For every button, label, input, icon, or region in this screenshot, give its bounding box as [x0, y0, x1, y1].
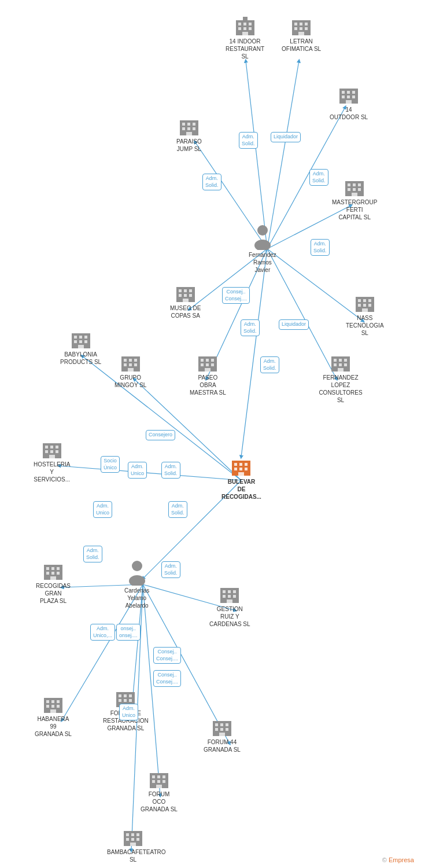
company-label: PARAISOJUMP SL [176, 138, 202, 153]
svg-rect-37 [298, 32, 304, 35]
svg-rect-121 [234, 463, 237, 466]
company-label: 14OUTDOOR SL [330, 106, 368, 121]
svg-rect-93 [129, 363, 132, 366]
badge-adm-solid-4[interactable]: Adm.Solid. [311, 239, 330, 256]
svg-rect-163 [215, 723, 218, 726]
badge-adm-solid-9[interactable]: Adm.Solid. [83, 546, 102, 562]
svg-point-129 [129, 575, 145, 586]
company-hosteleria[interactable]: HOSTELERIAYSERVICIOS... [34, 439, 70, 483]
badge-adm-solid-8[interactable]: Adm.Solid. [168, 501, 187, 518]
company-bambacafe[interactable]: BAMBACAFETEATROSL [107, 826, 159, 863]
company-label: 14 INDOORRESTAURANTSL [226, 38, 264, 60]
badge-adm-solid-2[interactable]: Adm.Solid. [202, 174, 221, 190]
svg-rect-22 [238, 23, 241, 25]
svg-rect-53 [186, 132, 192, 135]
company-recogidas-gran-plaza[interactable]: RECOGIDASGRANPLAZA SL [36, 560, 71, 605]
svg-line-0 [246, 61, 267, 249]
svg-rect-98 [206, 359, 209, 362]
badge-adm-unico-2[interactable]: Adm.Unico [93, 501, 112, 518]
company-14-outdoor[interactable]: 14OUTDOOR SL [330, 84, 368, 121]
badge-liquidador-2[interactable]: Liquidador [279, 319, 309, 330]
badge-adm-unico-3[interactable]: Adm.Unico,... [90, 624, 115, 641]
svg-rect-166 [215, 728, 218, 731]
badge-consej-2[interactable]: onsej..onsej.... [116, 624, 141, 641]
badge-consejero[interactable]: Consejero [146, 430, 175, 440]
company-label: RECOGIDASGRANPLAZA SL [36, 582, 71, 605]
svg-rect-50 [182, 127, 185, 130]
svg-point-128 [132, 561, 142, 571]
company-museo[interactable]: MUSEO DECOPAS SA [170, 282, 201, 319]
svg-rect-25 [238, 27, 241, 30]
svg-rect-175 [157, 780, 160, 783]
svg-rect-89 [124, 359, 127, 362]
person-label: FernandezRamosJavier [249, 251, 276, 274]
svg-rect-28 [242, 32, 248, 35]
svg-rect-39 [342, 91, 345, 94]
svg-rect-77 [363, 304, 366, 307]
svg-rect-111 [338, 368, 344, 372]
svg-rect-172 [157, 775, 160, 778]
svg-rect-24 [249, 23, 252, 25]
svg-rect-82 [79, 336, 82, 339]
company-habanera[interactable]: HABANERA99GRANADA SL [35, 693, 72, 738]
svg-rect-177 [156, 785, 162, 788]
svg-rect-179 [126, 833, 129, 836]
svg-rect-55 [348, 183, 350, 186]
svg-rect-87 [78, 345, 84, 348]
company-label: FERNANDEZLOPEZCONSULTORES SL [315, 374, 367, 404]
svg-rect-160 [129, 699, 132, 702]
svg-rect-117 [50, 450, 53, 453]
company-bulevar[interactable]: BULEVARDERECOGIDAS... [221, 456, 261, 501]
badge-adm-unico-4[interactable]: Adm.Unico [119, 704, 138, 720]
svg-rect-101 [206, 363, 209, 366]
badge-adm-solid-7[interactable]: Adm.Solid. [161, 462, 180, 479]
company-gestion-ruiz[interactable]: GESTIONRUIZ YCARDENAS SL [209, 583, 250, 628]
company-forum-oco[interactable]: FORUMOCOGRANADA SL [141, 768, 178, 813]
company-forum44[interactable]: FORUM 44GRANADA SL [204, 716, 241, 753]
badge-adm-solid-5[interactable]: Adm.Solid. [241, 319, 260, 336]
company-label: MUSEO DECOPAS SA [170, 304, 201, 319]
badge-adm-solid-1[interactable]: Adm.Solid. [239, 132, 258, 149]
svg-rect-97 [201, 359, 204, 362]
svg-rect-151 [51, 705, 54, 708]
company-grupo-mingoy[interactable]: GRUPOMINGOY SL [115, 352, 146, 389]
company-label: MASTERGROUPFERTICAPITAL SL [332, 198, 377, 221]
svg-rect-169 [219, 733, 225, 736]
badge-socio-unico-1[interactable]: SocioÚnico [101, 456, 120, 473]
person-fernandez[interactable]: FernandezRamosJavier [249, 225, 276, 274]
company-paraiso[interactable]: PARAISOJUMP SL [176, 116, 202, 153]
company-paseo[interactable]: PASEOOBRAMAESTRA SL [190, 352, 226, 396]
badge-adm-unico-1[interactable]: Adm.Unico [128, 462, 147, 479]
svg-rect-184 [136, 838, 139, 841]
svg-rect-141 [233, 590, 236, 593]
person-cardenas[interactable]: CardenasYelamoAbelardo [124, 560, 149, 609]
svg-rect-133 [57, 567, 60, 570]
svg-rect-26 [243, 27, 246, 30]
svg-rect-58 [348, 188, 350, 191]
svg-rect-74 [363, 299, 366, 302]
company-babylonia[interactable]: BABYLONIAPRODUCTS SL [60, 329, 101, 366]
badge-adm-solid-6[interactable]: Adm.Solid. [260, 356, 279, 373]
svg-rect-171 [152, 775, 155, 778]
badge-consej-3[interactable]: Consej..Consej.... [153, 647, 181, 664]
svg-rect-123 [245, 463, 248, 466]
svg-rect-108 [334, 363, 337, 366]
badge-consej-4[interactable]: Consej..Consej.... [153, 670, 181, 687]
company-nass[interactable]: NASSTECNOLOGIASL [346, 292, 384, 337]
badge-adm-solid-3[interactable]: Adm.Solid. [309, 169, 328, 186]
company-14-indoor[interactable]: 14 INDOORRESTAURANTSL [226, 16, 264, 60]
company-label: HOSTELERIAYSERVICIOS... [34, 461, 70, 483]
svg-rect-156 [124, 694, 127, 697]
svg-rect-132 [51, 567, 54, 570]
badge-adm-solid-10[interactable]: Adm.Solid. [161, 561, 180, 578]
badge-liquidador-1[interactable]: Liquidador [271, 132, 301, 142]
company-fernandez-lopez[interactable]: FERNANDEZLOPEZCONSULTORES SL [315, 352, 367, 404]
company-mastergroup[interactable]: MASTERGROUPFERTICAPITAL SL [332, 176, 377, 221]
company-label: GRUPOMINGOY SL [115, 374, 146, 389]
svg-rect-174 [152, 780, 155, 783]
svg-line-1 [267, 61, 299, 249]
svg-rect-65 [179, 289, 182, 292]
company-letran[interactable]: LETRANOFIMATICA SL [282, 16, 321, 53]
badge-consej-1[interactable]: Consej..Consej.... [222, 287, 250, 304]
company-label: BABYLONIAPRODUCTS SL [60, 351, 101, 366]
